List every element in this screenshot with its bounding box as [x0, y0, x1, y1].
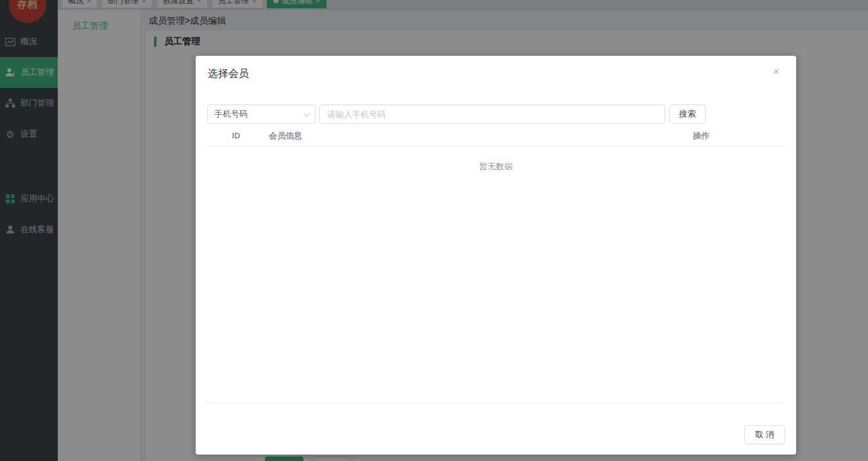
column-header-member-info: 会员信息 — [265, 130, 618, 142]
table-header: ID 会员信息 操作 — [207, 126, 785, 146]
column-header-id: ID — [207, 131, 265, 140]
chevron-down-icon — [303, 110, 311, 117]
column-header-action: 操作 — [618, 130, 785, 142]
app-window: 概况 × 部门管理 × 权限设置 × 员工管理 × 成员编辑 × 存档 — [0, 0, 868, 461]
empty-state-text: 暂无数据 — [207, 152, 785, 181]
search-button[interactable]: 搜索 — [669, 105, 706, 124]
phone-number-input[interactable] — [319, 105, 665, 124]
cancel-button[interactable]: 取 消 — [744, 425, 785, 444]
dialog-title: 选择会员 — [208, 67, 249, 81]
filter-type-select[interactable]: 手机号码 — [207, 105, 316, 124]
select-member-dialog: 选择会员 × 手机号码 搜索 ID 会员信息 操作 暂无数据 取 消 — [196, 56, 796, 455]
close-icon[interactable]: × — [773, 66, 779, 77]
search-row: 手机号码 搜索 — [207, 105, 706, 124]
table-bottom-divider — [207, 403, 785, 403]
filter-selected-value: 手机号码 — [214, 108, 248, 120]
